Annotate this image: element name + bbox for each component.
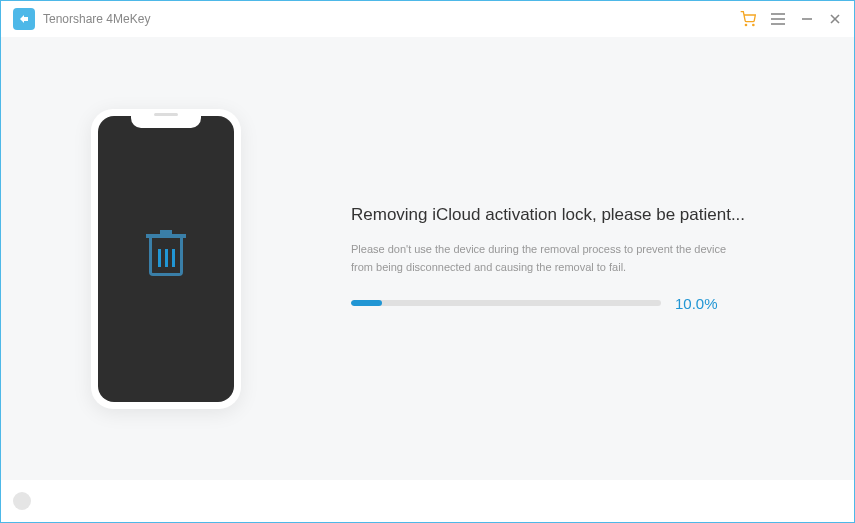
cart-icon[interactable] — [740, 11, 756, 27]
svg-point-0 — [745, 24, 746, 25]
phone-illustration — [91, 109, 251, 409]
footer-status-icon — [13, 492, 31, 510]
trash-icon — [143, 234, 189, 284]
phone-frame — [91, 109, 241, 409]
progress-bar — [351, 300, 661, 306]
phone-notch — [131, 116, 201, 128]
progress-row: 10.0% — [351, 295, 814, 312]
menu-icon[interactable] — [770, 12, 786, 26]
progress-subtitle: Please don't use the device during the r… — [351, 241, 751, 276]
progress-section: Removing iCloud activation lock, please … — [351, 205, 814, 311]
progress-fill — [351, 300, 382, 306]
minimize-button[interactable] — [800, 12, 814, 26]
titlebar-controls — [740, 11, 842, 27]
progress-title: Removing iCloud activation lock, please … — [351, 205, 814, 225]
app-logo-icon — [13, 8, 35, 30]
phone-screen — [98, 116, 234, 402]
content-area: Removing iCloud activation lock, please … — [1, 37, 854, 480]
svg-point-1 — [753, 24, 754, 25]
progress-percent: 10.0% — [675, 295, 718, 312]
app-title: Tenorshare 4MeKey — [43, 12, 740, 26]
footer — [1, 480, 854, 522]
logo-arrow-icon — [17, 12, 31, 26]
titlebar: Tenorshare 4MeKey — [1, 1, 854, 37]
close-button[interactable] — [828, 12, 842, 26]
